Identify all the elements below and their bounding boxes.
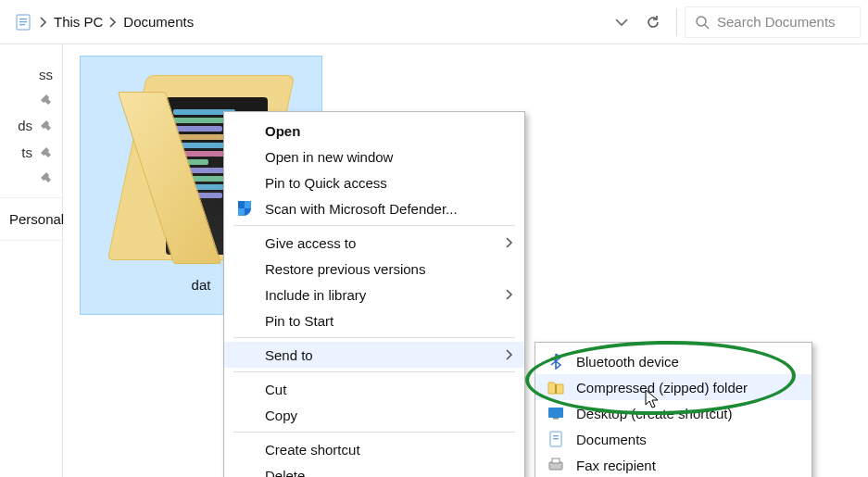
pin-icon (40, 94, 53, 107)
menu-item-delete[interactable]: Delete (224, 462, 524, 477)
svg-rect-14 (553, 438, 559, 439)
quick-access-item[interactable]: ss (0, 61, 62, 88)
menu-item-label: Send to (265, 347, 313, 363)
menu-item-label: Pin to Start (265, 313, 333, 329)
pin-icon (40, 119, 53, 132)
menu-item-label: Give access to (265, 235, 356, 251)
separator (676, 8, 677, 36)
separator (233, 432, 515, 433)
submenu-item-documents[interactable]: Documents (535, 426, 811, 452)
submenu-item-compressed-folder[interactable]: Compressed (zipped) folder (535, 374, 811, 400)
search-input[interactable]: Search Documents (685, 6, 861, 38)
submenu-item-desktop-shortcut[interactable]: Desktop (create shortcut) (535, 400, 811, 426)
address-dropdown-button[interactable] (606, 7, 637, 37)
chevron-right-icon (506, 237, 513, 248)
svg-line-5 (705, 25, 709, 29)
menu-item-pin-quick-access[interactable]: Pin to Quick access (224, 169, 524, 195)
svg-rect-8 (238, 208, 245, 216)
menu-item-label: Fax recipient (576, 458, 656, 473)
svg-rect-9 (555, 384, 557, 394)
submenu-item-bluetooth[interactable]: Bluetooth device (535, 348, 811, 374)
chevron-right-icon (108, 17, 118, 28)
menu-item-label: Open in new window (265, 149, 393, 165)
sidebar-item-label: ss (39, 67, 53, 82)
menu-item-scan-defender[interactable]: Scan with Microsoft Defender... (224, 195, 524, 221)
navigation-sidebar: ss ds ts Personal (0, 44, 63, 477)
chevron-right-icon (506, 349, 513, 360)
menu-item-label: Compressed (zipped) folder (576, 380, 748, 395)
quick-access-item[interactable] (0, 88, 62, 112)
menu-item-label: Pin to Quick access (265, 175, 387, 191)
breadcrumb-documents[interactable]: Documents (118, 10, 199, 33)
svg-rect-6 (238, 201, 245, 208)
svg-rect-16 (552, 458, 560, 463)
separator (233, 337, 515, 338)
context-menu: Open Open in new window Pin to Quick acc… (223, 111, 525, 477)
menu-item-label: Cut (265, 382, 286, 397)
menu-item-cut[interactable]: Cut (224, 376, 524, 402)
menu-item-label: Copy (265, 408, 297, 423)
menu-item-label: Include in library (265, 287, 366, 303)
svg-rect-10 (548, 408, 563, 418)
svg-rect-7 (245, 201, 251, 208)
pin-icon (40, 171, 53, 184)
sidebar-item-label: ts (21, 144, 32, 160)
menu-item-copy[interactable]: Copy (224, 402, 524, 428)
menu-item-label: Scan with Microsoft Defender... (265, 201, 458, 217)
menu-item-label: Create shortcut (265, 442, 360, 458)
menu-item-restore-versions[interactable]: Restore previous versions (224, 256, 524, 282)
menu-item-label: Delete (265, 468, 305, 478)
desktop-icon (547, 404, 565, 422)
svg-rect-3 (19, 24, 25, 25)
svg-rect-1 (19, 19, 27, 19)
send-to-submenu: Bluetooth device Compressed (zipped) fol… (535, 342, 812, 477)
fax-icon (547, 456, 565, 474)
search-icon (695, 15, 710, 30)
separator (233, 371, 515, 372)
menu-item-label: Restore previous versions (265, 261, 425, 277)
bluetooth-icon (547, 352, 565, 370)
menu-item-send-to[interactable]: Send to (224, 342, 524, 368)
separator (233, 225, 515, 226)
pin-icon (40, 146, 53, 159)
menu-item-create-shortcut[interactable]: Create shortcut (224, 436, 524, 462)
chevron-right-icon (506, 289, 513, 300)
separator (0, 240, 62, 241)
zip-folder-icon (547, 378, 565, 396)
menu-item-label: Documents (576, 432, 647, 447)
menu-item-label: Bluetooth device (576, 354, 679, 370)
menu-item-give-access-to[interactable]: Give access to (224, 230, 524, 256)
separator (0, 197, 62, 198)
menu-item-pin-to-start[interactable]: Pin to Start (224, 308, 524, 333)
svg-rect-11 (553, 418, 559, 420)
sidebar-item-label: ds (18, 118, 32, 133)
quick-access-item[interactable]: ds (0, 112, 62, 139)
quick-access-item[interactable] (0, 166, 62, 190)
svg-rect-2 (19, 21, 27, 22)
address-bar: This PC Documents Search Documents (0, 0, 868, 44)
submenu-item-fax[interactable]: Fax recipient (535, 452, 811, 477)
sidebar-section-personal[interactable]: Personal (0, 206, 62, 232)
location-icon (13, 13, 33, 31)
svg-point-4 (697, 17, 706, 26)
shield-icon (235, 199, 254, 218)
svg-rect-13 (553, 435, 559, 436)
breadcrumb-this-pc[interactable]: This PC (48, 10, 108, 33)
folder-label: dat (192, 277, 211, 293)
menu-item-open[interactable]: Open (224, 118, 524, 144)
menu-item-open-new-window[interactable]: Open in new window (224, 144, 524, 169)
refresh-button[interactable] (637, 7, 669, 37)
documents-icon (547, 430, 565, 448)
menu-item-include-in-library[interactable]: Include in library (224, 282, 524, 308)
menu-item-label: Desktop (create shortcut) (576, 406, 732, 421)
quick-access-item[interactable]: ts (0, 139, 62, 166)
menu-item-label: Open (265, 123, 300, 139)
search-placeholder: Search Documents (717, 14, 836, 30)
chevron-right-icon (39, 17, 48, 28)
